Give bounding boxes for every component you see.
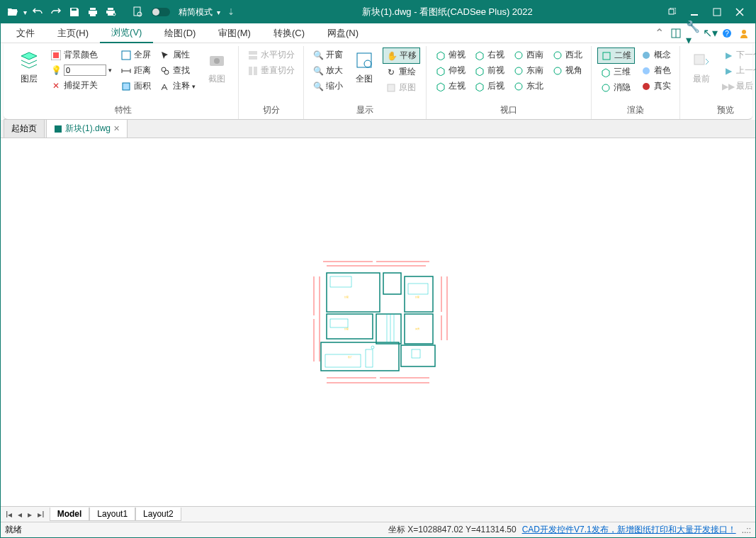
bg-color-button[interactable]: 背景颜色: [47, 47, 115, 62]
view-sw-button[interactable]: 西南: [510, 47, 546, 62]
cursor-icon[interactable]: ↖▾: [703, 26, 717, 40]
panel-icon[interactable]: [669, 26, 683, 40]
svg-point-35: [602, 84, 609, 91]
view-right-button[interactable]: 右视: [471, 47, 507, 62]
view-top-button[interactable]: 俯视: [432, 47, 468, 62]
next-button: ▶下一个: [720, 47, 756, 62]
svg-text:卧室: 卧室: [415, 296, 419, 298]
group-label-display: 显示: [310, 103, 420, 118]
layout-nav-prev[interactable]: ◂: [16, 510, 24, 520]
layout-tab-model[interactable]: Model: [50, 508, 90, 521]
svg-rect-34: [603, 52, 610, 60]
redraw-button[interactable]: ↻重绘: [383, 65, 420, 79]
view-bottom-button[interactable]: 仰视: [432, 63, 468, 78]
distance-button[interactable]: 距离: [118, 63, 154, 78]
tab-start[interactable]: 起始页: [4, 119, 45, 138]
zoom-in-button[interactable]: 🔍放大: [310, 63, 346, 78]
view-back-button[interactable]: 后视: [471, 79, 507, 94]
svg-rect-22: [249, 51, 257, 55]
close-icon[interactable]: [728, 1, 751, 23]
fullscreen-button[interactable]: 全屏: [118, 47, 154, 62]
snap-toggle-button[interactable]: ✕捕捉开关: [47, 78, 115, 93]
status-promo-link[interactable]: CAD开发控件V7.1发布，新增图纸打印和大量开发接口！: [522, 524, 736, 536]
tab-file[interactable]: 新块(1).dwg ✕: [46, 119, 128, 138]
svg-point-38: [643, 83, 650, 90]
screenshot-button[interactable]: 截图: [201, 47, 232, 86]
render-hide-button[interactable]: 消隐: [597, 80, 635, 95]
print-icon[interactable]: [85, 4, 101, 20]
wrench-icon[interactable]: 🔧▾: [686, 26, 700, 40]
undo-icon[interactable]: [30, 4, 45, 20]
save-icon[interactable]: [67, 4, 82, 20]
render-real-button[interactable]: 真实: [638, 79, 674, 94]
find-button[interactable]: 查找: [157, 63, 198, 78]
floor-plan-drawing: 卧室卧室 卧室厨房 客厅: [305, 259, 454, 386]
menu-review[interactable]: 审图(M): [207, 24, 262, 43]
svg-rect-24: [249, 67, 252, 75]
svg-point-33: [554, 67, 561, 74]
svg-point-70: [371, 346, 374, 349]
svg-rect-5: [713, 9, 721, 16]
render-concept-button[interactable]: 概念: [638, 47, 674, 62]
area-button[interactable]: 面积: [118, 79, 154, 94]
h-split-button: 水平切分: [244, 47, 298, 62]
svg-rect-40: [55, 125, 62, 133]
layout-nav-last[interactable]: ▸I: [35, 510, 46, 520]
print-preview-icon[interactable]: [103, 4, 119, 20]
window-title: 新块(1).dwg - 看图纸(CADSee Plus) 2022: [235, 6, 660, 18]
layer-button[interactable]: 图层: [13, 47, 45, 86]
redo-icon[interactable]: [48, 4, 64, 20]
view-angle-button[interactable]: 视角: [549, 63, 585, 78]
menu-home[interactable]: 主页(H): [46, 24, 100, 43]
user-icon[interactable]: [737, 26, 751, 40]
menu-file[interactable]: 文件: [5, 24, 46, 43]
view-ne-button[interactable]: 东北: [510, 79, 546, 94]
maximize-icon[interactable]: [706, 1, 728, 23]
render-3d-button[interactable]: 三维: [597, 65, 635, 79]
prev-button: ▶上一个: [720, 63, 756, 78]
menu-draw[interactable]: 绘图(D): [153, 24, 207, 43]
render-shade-button[interactable]: 着色: [638, 63, 674, 78]
svg-point-36: [643, 52, 650, 59]
restore-window-icon[interactable]: [660, 1, 683, 23]
layout-tab-2[interactable]: Layout2: [135, 508, 181, 521]
svg-rect-64: [325, 354, 361, 367]
zoom-window-button[interactable]: 🔍开窗: [310, 47, 346, 62]
collapse-ribbon-icon[interactable]: ⌃: [652, 26, 666, 40]
layout-nav-first[interactable]: I◂: [4, 510, 14, 520]
mode-toggle[interactable]: [152, 8, 170, 16]
svg-rect-54: [383, 273, 401, 294]
layer-selector[interactable]: 💡▾: [47, 63, 115, 77]
layout-tab-1[interactable]: Layout1: [89, 508, 135, 521]
drawing-canvas[interactable]: 卧室卧室 卧室厨房 客厅: [1, 138, 755, 506]
svg-rect-17: [123, 83, 130, 90]
close-tab-icon[interactable]: ✕: [113, 124, 120, 133]
props-button[interactable]: 属性: [157, 47, 198, 62]
svg-rect-56: [327, 314, 373, 339]
svg-point-10: [742, 30, 746, 34]
svg-rect-62: [408, 284, 428, 294]
svg-point-19: [164, 70, 169, 74]
front-most-button: 最前: [686, 47, 717, 86]
magnify-doc-icon[interactable]: [130, 4, 146, 20]
open-icon[interactable]: [5, 4, 21, 20]
svg-rect-61: [330, 276, 351, 287]
full-view-button[interactable]: 全图: [349, 47, 380, 86]
view-se-button[interactable]: 东南: [510, 63, 546, 78]
menu-cloud[interactable]: 网盘(N): [316, 24, 370, 43]
group-label-render: 渲染: [597, 103, 674, 118]
svg-rect-25: [254, 67, 257, 75]
pan-button[interactable]: ✋平移: [383, 47, 420, 64]
menu-convert[interactable]: 转换(C): [262, 24, 316, 43]
menu-browse[interactable]: 浏览(V): [100, 23, 153, 43]
render-2d-button[interactable]: 二维: [597, 47, 635, 64]
view-nw-button[interactable]: 西北: [549, 47, 585, 62]
svg-point-31: [515, 83, 522, 90]
layout-nav-next[interactable]: ▸: [26, 510, 34, 520]
zoom-out-button[interactable]: 🔍缩小: [310, 79, 346, 94]
help-icon[interactable]: ?: [720, 26, 734, 40]
view-left-button[interactable]: 左视: [432, 79, 468, 94]
view-front-button[interactable]: 前视: [471, 63, 507, 78]
svg-point-32: [554, 52, 561, 59]
annotate-button[interactable]: 注释▾: [157, 79, 198, 94]
